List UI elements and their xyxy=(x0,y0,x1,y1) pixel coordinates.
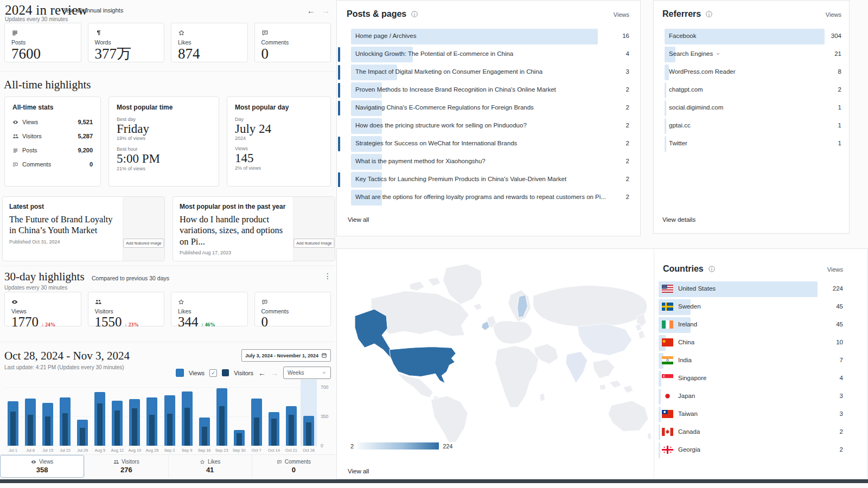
date-range-button[interactable]: July 3, 2024 - November 1, 2024 xyxy=(241,349,331,362)
thirty-day-card-value: 1550↓ 23% xyxy=(95,315,158,329)
referrer-row[interactable]: WordPress.com Reader8 xyxy=(654,63,849,81)
chevron-down-icon[interactable] xyxy=(716,52,720,56)
visitors-bar[interactable] xyxy=(167,414,173,446)
chart-next-arrow-icon[interactable]: → xyxy=(271,369,278,377)
country-row[interactable]: Japan3 xyxy=(654,388,868,406)
visitors-bar[interactable] xyxy=(306,422,311,446)
views-ratio-bar xyxy=(659,371,661,387)
date-range-value: July 3, 2024 - November 1, 2024 xyxy=(245,353,318,358)
comment-icon xyxy=(277,459,282,465)
summary-card-label: Posts xyxy=(11,39,74,46)
post-row[interactable]: Unlocking Growth: The Potential of E-com… xyxy=(337,46,640,63)
referrer-row[interactable]: Facebook304 xyxy=(654,28,849,46)
post-row[interactable]: Navigating China's E-Commerce Regulation… xyxy=(337,99,640,117)
x-axis-label: Oct 14 xyxy=(265,448,283,453)
visitors-bar[interactable] xyxy=(254,418,259,446)
country-row[interactable]: Singapore4 xyxy=(654,370,868,388)
x-axis-label: Jul 22 xyxy=(56,448,74,453)
chart-tab-likes[interactable]: Likes41 xyxy=(168,455,252,478)
info-icon[interactable] xyxy=(411,10,418,18)
kebab-menu-icon[interactable]: ⋮ xyxy=(324,272,331,280)
country-name: India xyxy=(678,357,692,363)
chart-tab-views[interactable]: Views358 xyxy=(0,455,84,478)
post-title: Proven Methods to Increase Brand Recogni… xyxy=(355,86,556,93)
thirty-day-card-comments: Comments0 xyxy=(254,292,331,326)
world-map[interactable] xyxy=(340,254,652,443)
visitors-bar[interactable] xyxy=(62,413,68,446)
visitors-bar[interactable] xyxy=(202,427,207,446)
referrer-label: WordPress.com Reader xyxy=(669,68,736,75)
add-featured-image-button[interactable]: Add featured image xyxy=(123,239,164,248)
y-axis-tick: 350 xyxy=(321,414,328,419)
chart-tab-comments[interactable]: Comments0 xyxy=(252,455,335,478)
country-row[interactable]: China10 xyxy=(654,334,868,352)
visitors-bar[interactable] xyxy=(219,406,225,446)
annual-insights-link[interactable]: View all annual insights xyxy=(61,7,123,14)
featured-image-placeholder: Add featured image xyxy=(123,197,164,261)
featured-post-card[interactable]: Latest postThe Future of Brand Loyalty i… xyxy=(2,196,165,261)
visitors-bar[interactable] xyxy=(237,433,242,446)
visitors-bar[interactable] xyxy=(114,410,120,446)
referrer-row[interactable]: gptai.cc1 xyxy=(654,117,849,135)
x-axis-label: Sep 23 xyxy=(213,448,231,453)
post-row[interactable]: Strategies for Success on WeChat for Int… xyxy=(337,135,640,153)
post-row[interactable]: Home page / Archives16 xyxy=(337,28,640,46)
flag-icon-jp xyxy=(662,392,673,400)
arrow-right-icon[interactable]: → xyxy=(322,6,330,15)
info-icon[interactable] xyxy=(705,10,713,18)
country-row[interactable]: Canada2 xyxy=(654,423,868,441)
referrers-title: Referrers xyxy=(662,9,701,19)
country-row[interactable]: Taiwan3 xyxy=(654,406,868,423)
referrer-row[interactable]: Twitter1 xyxy=(654,135,849,153)
visitors-bar[interactable] xyxy=(289,415,294,446)
visitors-bar[interactable] xyxy=(10,412,16,446)
country-name: Ireland xyxy=(678,321,697,328)
add-featured-image-button[interactable]: Add featured image xyxy=(293,239,334,248)
chart-tab-visitors[interactable]: Visitors276 xyxy=(84,455,168,478)
visitors-bar[interactable] xyxy=(45,416,50,446)
country-row[interactable]: Georgia2 xyxy=(654,441,868,459)
eye-icon xyxy=(31,459,36,465)
referrer-row[interactable]: Search Engines21 xyxy=(654,46,849,63)
arrow-left-icon[interactable]: ← xyxy=(307,6,315,15)
summary-card-value: 377万 xyxy=(95,46,158,61)
visitors-bar[interactable] xyxy=(80,428,85,446)
visitors-bar[interactable] xyxy=(28,415,33,446)
posts-pages-view-all-link[interactable]: View all xyxy=(348,216,369,223)
visitors-checkbox[interactable]: ✓ xyxy=(209,369,217,377)
referrers-view-details-link[interactable]: View details xyxy=(662,216,695,223)
info-icon[interactable] xyxy=(708,265,716,273)
featured-post-card[interactable]: Most popular post in the past yearHow do… xyxy=(173,196,335,261)
all-time-stat-row: Views9,521 xyxy=(12,119,93,125)
post-row[interactable]: How does the pricing structure work for … xyxy=(337,117,640,135)
country-row[interactable]: Sweden45 xyxy=(654,298,868,316)
visitors-bar[interactable] xyxy=(132,408,137,446)
chart-prev-arrow-icon[interactable]: ← xyxy=(258,369,266,377)
visitors-bar[interactable] xyxy=(271,419,277,446)
people-icon xyxy=(95,299,101,305)
chart-tab-label: Visitors xyxy=(122,459,139,465)
chart-controls: Views ✓ Visitors ← → Weeks xyxy=(176,367,331,379)
visitors-bar[interactable] xyxy=(149,415,155,446)
visitors-bar[interactable] xyxy=(184,408,190,446)
post-views: 2 xyxy=(626,122,629,129)
referrer-row[interactable]: social.digimind.com1 xyxy=(654,99,849,117)
post-row[interactable]: Proven Methods to Increase Brand Recogni… xyxy=(337,81,640,99)
period-dropdown[interactable]: Weeks xyxy=(283,367,331,379)
countries-view-all-link[interactable]: View all xyxy=(348,468,369,474)
summary-card-label: Words xyxy=(95,39,158,46)
country-row[interactable]: India7 xyxy=(654,352,868,370)
country-row[interactable]: Ireland45 xyxy=(654,316,868,334)
post-row[interactable]: The Impact of Digital Marketing on Consu… xyxy=(337,63,640,81)
country-row[interactable]: United States224 xyxy=(654,280,868,298)
post-row[interactable]: What is the payment method for Xiaohongs… xyxy=(337,153,640,171)
visitors-bar[interactable] xyxy=(97,403,103,446)
referrer-views: 304 xyxy=(831,33,841,39)
post-views: 3 xyxy=(626,68,629,75)
flag-icon-tw xyxy=(662,410,673,418)
referrer-row[interactable]: chatgpt.com2 xyxy=(654,81,849,99)
x-axis-label: Oct 28 xyxy=(300,448,317,453)
post-row[interactable]: Key Tactics for Launching Premium Produc… xyxy=(337,171,640,189)
post-row[interactable]: What are the options for offering loyalt… xyxy=(337,189,640,207)
x-axis-label: Aug 26 xyxy=(143,448,161,453)
